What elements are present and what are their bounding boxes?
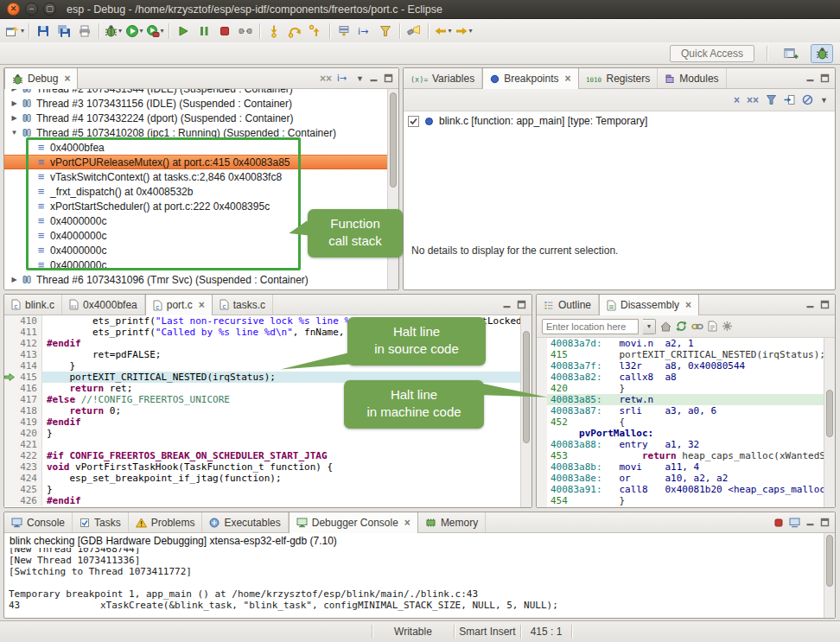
console-scrollbar[interactable] xyxy=(824,533,835,618)
forward-icon[interactable]: ▾ xyxy=(453,22,474,41)
view-menu-icon[interactable]: ▼ xyxy=(820,96,828,105)
close-tab-icon[interactable]: × xyxy=(199,299,205,311)
instruction-stepping-mode-icon[interactable]: i→ xyxy=(337,73,351,84)
editor-scrollbar[interactable] xyxy=(520,315,531,507)
annotation-ruler xyxy=(4,360,16,372)
minimize-button[interactable] xyxy=(805,73,815,83)
close-tab-icon[interactable]: × xyxy=(404,517,410,529)
minimize-button[interactable] xyxy=(805,518,815,527)
suspend-icon[interactable] xyxy=(194,22,214,41)
link-with-active-context-icon[interactable] xyxy=(691,321,703,332)
debug-thread-row[interactable]: ▶Thread #2 1073431344 (IDLE) (Suspended … xyxy=(4,89,387,96)
window-maximize-button[interactable]: ▢ xyxy=(43,3,56,16)
minimize-button[interactable] xyxy=(805,300,815,309)
instruction-stepping-icon[interactable]: i→ xyxy=(354,22,375,41)
svg-text:01: 01 xyxy=(71,304,77,309)
save-icon[interactable] xyxy=(33,22,54,41)
close-tab-icon[interactable]: × xyxy=(64,73,70,85)
terminate-icon[interactable] xyxy=(214,22,235,41)
maximize-button[interactable] xyxy=(820,300,830,309)
maximize-button[interactable] xyxy=(517,300,526,309)
debug-thread-row[interactable]: ▶Thread #4 1073432224 (dport) (Suspended… xyxy=(4,111,387,125)
tab-modules[interactable]: Modules xyxy=(658,68,726,88)
tree-collapsed-arrow[interactable]: ▶ xyxy=(10,276,19,283)
drop-to-frame-icon[interactable] xyxy=(334,22,354,41)
debug-perspective-icon[interactable] xyxy=(811,44,833,63)
tab-variables[interactable]: (x)= Variables xyxy=(404,68,482,88)
view-menu-icon[interactable]: ▼ xyxy=(356,74,364,83)
disassembly-area[interactable]: 40083a7d: movi.n a2, 1415 portEXIT_CRITI… xyxy=(537,338,824,507)
tab-console[interactable]: Console xyxy=(4,512,73,532)
tab-blink-c[interactable]: c blink.c xyxy=(4,295,62,315)
tree-collapsed-arrow[interactable]: ▶ xyxy=(10,89,19,92)
open-perspective-icon[interactable] xyxy=(780,44,802,63)
skip-all-breakpoints-icon[interactable] xyxy=(802,94,813,105)
tab-problems[interactable]: Problems xyxy=(129,512,203,532)
tab-debugger-console[interactable]: Debugger Console × xyxy=(289,512,418,533)
maximize-button[interactable] xyxy=(384,73,393,83)
debug-thread-row[interactable]: ▶Thread #6 1073431096 (Tmr Svc) (Suspend… xyxy=(4,272,387,287)
settings-icon[interactable] xyxy=(722,321,733,332)
disassembly-toolbar: ▼ xyxy=(537,315,835,338)
external-tools-icon[interactable]: ▾ xyxy=(144,22,165,41)
display-selected-console-icon[interactable] xyxy=(789,518,800,528)
terminate-console-icon[interactable] xyxy=(773,518,784,528)
debug-tab-bar: Debug × ×× i→ ▼ xyxy=(4,68,398,89)
resume-icon[interactable] xyxy=(173,22,194,41)
refresh-view-icon[interactable] xyxy=(676,321,687,332)
tree-collapsed-arrow[interactable]: ▶ xyxy=(10,99,19,107)
maximize-button[interactable] xyxy=(820,518,830,527)
print-icon[interactable] xyxy=(74,22,95,41)
step-into-icon[interactable] xyxy=(264,22,284,41)
step-over-icon[interactable] xyxy=(284,22,305,41)
navigate-home-icon[interactable] xyxy=(660,321,671,332)
search-icon[interactable] xyxy=(404,22,424,41)
debug-thread-row[interactable]: ▶Thread #3 1073431156 (IDLE) (Suspended … xyxy=(4,96,387,111)
minimize-button[interactable] xyxy=(369,73,379,83)
close-tab-icon[interactable]: × xyxy=(565,73,571,85)
go-to-file-for-breakpoint-icon[interactable] xyxy=(784,94,795,105)
quick-access-field[interactable]: Quick Access xyxy=(670,45,754,62)
new-wizard-icon[interactable]: ▾ xyxy=(4,22,25,41)
tree-collapsed-arrow[interactable]: ▶ xyxy=(10,114,19,122)
back-icon[interactable]: ▾ xyxy=(432,22,453,41)
remove-breakpoint-icon[interactable]: × xyxy=(734,95,740,105)
console-output[interactable]: [New Thread 1073468744][New Thread 10734… xyxy=(4,548,824,617)
tab-port-c[interactable]: c port.c × xyxy=(145,295,213,315)
debug-icon[interactable]: ▾ xyxy=(103,22,124,41)
maximize-button[interactable] xyxy=(820,73,830,83)
svg-text:i→: i→ xyxy=(358,26,368,37)
tab-disassembly[interactable]: Disassembly × xyxy=(599,295,699,315)
save-all-icon[interactable] xyxy=(54,22,74,41)
window-minimize-button[interactable]: – xyxy=(25,3,38,16)
use-step-filters-icon[interactable] xyxy=(375,22,396,41)
svg-text:c: c xyxy=(156,302,160,310)
remove-all-terminated-icon[interactable]: ×× xyxy=(320,73,332,84)
tab-debug[interactable]: Debug × xyxy=(4,68,78,89)
debug-scrollbar[interactable] xyxy=(387,89,398,289)
tab-memory[interactable]: Memory xyxy=(418,512,486,532)
tab-0x4000bfea[interactable]: 01 0x4000bfea xyxy=(62,295,145,315)
tab-executables[interactable]: Executables xyxy=(202,512,288,532)
run-icon[interactable]: ▾ xyxy=(124,22,144,41)
close-tab-icon[interactable]: × xyxy=(685,299,691,311)
location-input[interactable] xyxy=(542,319,639,334)
disassembly-scrollbar[interactable] xyxy=(824,338,835,507)
tab-tasks-c[interactable]: c tasks.c xyxy=(213,295,273,315)
remove-all-breakpoints-icon[interactable]: ×× xyxy=(747,95,759,105)
tab-outline[interactable]: Outline xyxy=(537,295,599,315)
show-source-icon[interactable] xyxy=(708,321,717,332)
disconnect-icon[interactable] xyxy=(235,22,256,41)
tab-breakpoints[interactable]: Breakpoints × xyxy=(482,68,578,89)
breakpoint-checkbox[interactable] xyxy=(408,116,419,127)
tab-registers[interactable]: 1010 Registers xyxy=(579,68,659,88)
tab-tasks[interactable]: Tasks xyxy=(73,512,129,532)
tree-expanded-arrow[interactable]: ▼ xyxy=(10,129,19,137)
breakpoint-item[interactable]: blink.c [function: app_main] [type: Temp… xyxy=(404,111,834,130)
show-breakpoints-for-selection-icon[interactable] xyxy=(766,94,777,105)
svg-text:i→: i→ xyxy=(337,73,347,83)
step-return-icon[interactable] xyxy=(305,22,326,41)
window-close-button[interactable]: ✕ xyxy=(7,3,20,16)
location-dropdown-icon[interactable]: ▼ xyxy=(643,319,656,334)
minimize-button[interactable] xyxy=(502,300,512,309)
